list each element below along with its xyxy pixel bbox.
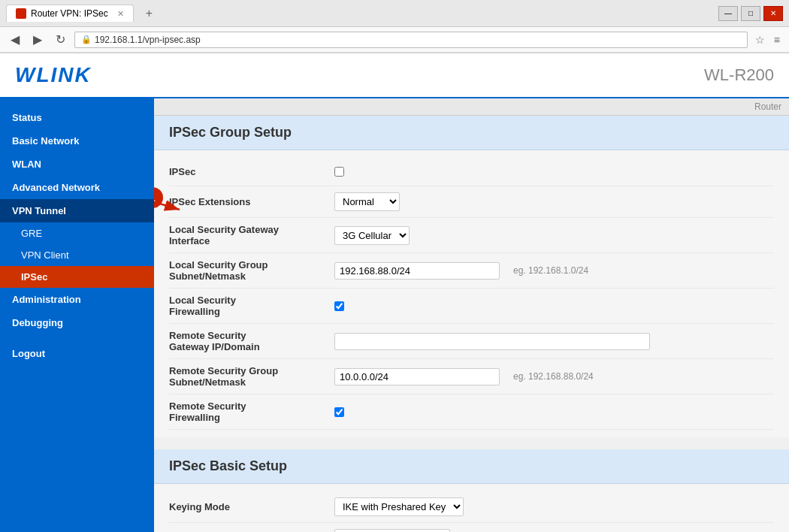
close-button[interactable]: ✕ — [763, 6, 783, 21]
ipsec-group-setup-title: IPSec Group Setup — [154, 116, 789, 150]
remote-firewalling-field — [334, 407, 774, 417]
sidebar-sub-item-ipsec[interactable]: IPSec — [0, 266, 154, 288]
local-gateway-field: 3G Cellular WAN LAN — [334, 226, 774, 245]
browser-tab[interactable]: Router VPN: IPSec ✕ — [6, 5, 134, 22]
local-security-group-label: Local Security GroupSubnet/Netmask — [169, 259, 334, 282]
sidebar-item-basic-network[interactable]: Basic Network — [0, 129, 154, 153]
sidebar-item-advanced-network[interactable]: Advanced Network — [0, 176, 154, 199]
window-controls: — □ ✕ — [718, 6, 783, 21]
ipsec-label: IPSec — [169, 166, 334, 177]
model-name: WL-R200 — [704, 65, 774, 85]
local-security-group-row: Local Security GroupSubnet/Netmask eg. 1… — [169, 253, 774, 289]
remote-gateway-input[interactable] — [334, 333, 650, 350]
sidebar-item-wlan[interactable]: WLAN — [0, 153, 154, 176]
remote-firewalling-row: Remote SecurityFirewalling — [169, 394, 774, 430]
menu-icon[interactable]: ≡ — [771, 32, 783, 47]
ipsec-extensions-label: IPSec Extensions — [169, 196, 334, 207]
ipsec-field — [334, 167, 774, 177]
ipsec-extensions-row: IPSec Extensions Normal None Microsoft — [169, 186, 774, 218]
ipsec-basic-setup-section: IPSec Basic Setup Keying Mode IKE with P… — [154, 449, 789, 532]
page-wrapper: Status Basic Network WLAN Advanced Netwo… — [0, 98, 789, 532]
ipsec-basic-setup-title: IPSec Basic Setup — [154, 449, 789, 484]
remote-gateway-field — [334, 333, 774, 350]
address-text: 192.168.1.1/vpn-ipsec.asp — [95, 35, 741, 45]
ipsec-extensions-field: Normal None Microsoft — [334, 192, 774, 211]
remote-firewalling-checkbox[interactable] — [334, 407, 344, 417]
local-gateway-row: Local Security GatewayInterface 3G Cellu… — [169, 218, 774, 253]
section-divider — [154, 437, 789, 449]
browser-nav-icons: ☆ ≡ — [752, 32, 783, 47]
new-tab-button[interactable]: + — [140, 5, 159, 22]
keying-mode-row: Keying Mode IKE with Preshared Key Manua… — [169, 491, 774, 523]
remote-gateway-row: Remote SecurityGateway IP/Domain — [169, 324, 774, 359]
remote-security-group-label: Remote Security GroupSubnet/Netmask — [169, 365, 334, 388]
browser-chrome: Router VPN: IPSec ✕ + — □ ✕ ◀ ▶ ↻ 🔒 192.… — [0, 0, 789, 53]
tab-title: Router VPN: IPSec — [31, 8, 108, 19]
address-icon: 🔒 — [81, 35, 92, 44]
forward-button[interactable]: ▶ — [29, 31, 47, 48]
sidebar-item-vpn-tunnel[interactable]: VPN Tunnel — [0, 199, 154, 222]
ipsec-basic-form: Keying Mode IKE with Preshared Key Manua… — [154, 484, 789, 532]
phase1-dh-select[interactable]: Group 1 - modp768 Group 2 - modp1024 Gro… — [334, 529, 450, 532]
phase1-dh-field: Group 1 - modp768 Group 2 - modp1024 Gro… — [334, 529, 774, 532]
tab-favicon — [16, 8, 26, 19]
annotation-arrow — [154, 201, 187, 227]
sidebar-sub-item-gre[interactable]: GRE — [0, 222, 154, 244]
remote-security-group-field: eg. 192.168.88.0/24 — [334, 368, 774, 385]
local-firewalling-field — [334, 301, 774, 311]
local-security-group-input[interactable] — [334, 262, 500, 280]
refresh-button[interactable]: ↻ — [51, 31, 70, 48]
minimize-button[interactable]: — — [718, 6, 738, 21]
ipsec-group-form: IPSec IPSec Extensions Normal None Micro… — [154, 150, 789, 437]
svg-line-1 — [154, 201, 180, 210]
sidebar: Status Basic Network WLAN Advanced Netwo… — [0, 98, 154, 532]
address-bar[interactable]: 🔒 192.168.1.1/vpn-ipsec.asp — [74, 32, 748, 48]
remote-security-group-row: Remote Security GroupSubnet/Netmask eg. … — [169, 359, 774, 394]
ipsec-checkbox[interactable] — [334, 167, 344, 177]
local-firewalling-checkbox[interactable] — [334, 301, 344, 311]
page-header: WLINK WL-R200 — [0, 53, 789, 98]
remote-security-group-hint: eg. 192.168.88.0/24 — [513, 371, 594, 382]
local-firewalling-label: Local SecurityFirewalling — [169, 295, 334, 317]
maximize-button[interactable]: □ — [741, 6, 760, 21]
local-gateway-label: Local Security GatewayInterface — [169, 224, 334, 246]
phase1-dh-row: Phase 1 DH Group Group 1 - modp768 Group… — [169, 523, 774, 532]
nav-bar: ◀ ▶ ↻ 🔒 192.168.1.1/vpn-ipsec.asp ☆ ≡ — [0, 27, 789, 53]
sidebar-item-debugging[interactable]: Debugging — [0, 311, 154, 334]
keying-mode-label: Keying Mode — [169, 501, 334, 512]
remote-firewalling-label: Remote SecurityFirewalling — [169, 401, 334, 423]
ipsec-checkbox-row: IPSec — [169, 158, 774, 186]
sidebar-sub-item-vpn-client[interactable]: VPN Client — [0, 244, 154, 266]
local-security-group-field: eg. 192.168.1.0/24 — [334, 262, 774, 280]
bookmark-icon[interactable]: ☆ — [752, 32, 768, 47]
keying-mode-field: IKE with Preshared Key Manual — [334, 497, 774, 516]
remote-gateway-label: Remote SecurityGateway IP/Domain — [169, 330, 334, 352]
local-firewalling-row: Local SecurityFirewalling — [169, 289, 774, 324]
sidebar-item-status[interactable]: Status — [0, 106, 154, 129]
keying-mode-select[interactable]: IKE with Preshared Key Manual — [334, 497, 464, 516]
local-security-group-hint: eg. 192.168.1.0/24 — [513, 265, 588, 276]
ipsec-group-setup-section: IPSec Group Setup IPSec IPSec Extensions… — [154, 116, 789, 437]
local-gateway-select[interactable]: 3G Cellular WAN LAN — [334, 226, 410, 245]
sidebar-item-administration[interactable]: Administration — [0, 288, 154, 311]
tab-close-button[interactable]: ✕ — [117, 9, 124, 19]
ipsec-extensions-select[interactable]: Normal None Microsoft — [334, 192, 400, 211]
main-content: 1 Router IPSec Group Setup IPSec — [154, 98, 789, 532]
back-button[interactable]: ◀ — [6, 31, 24, 48]
logo: WLINK — [15, 63, 92, 87]
title-bar: Router VPN: IPSec ✕ + — □ ✕ — [0, 0, 789, 27]
breadcrumb: Router — [154, 98, 789, 116]
remote-security-group-input[interactable] — [334, 368, 500, 385]
sidebar-item-logout[interactable]: Logout — [0, 342, 154, 365]
